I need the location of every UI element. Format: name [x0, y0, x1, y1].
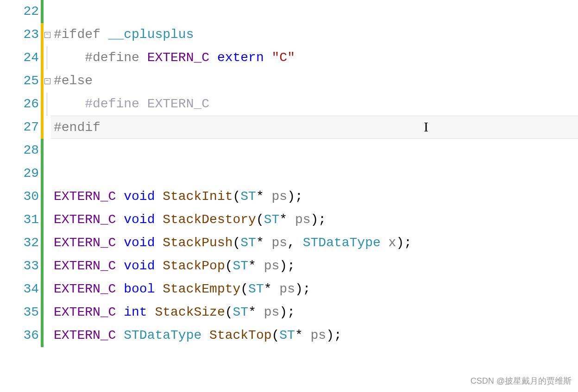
line-number: 33 [0, 255, 41, 278]
fold-gutter [44, 255, 51, 278]
token: ST [264, 212, 280, 227]
token: x [389, 236, 396, 250]
token [116, 305, 124, 319]
token: ); [326, 328, 342, 342]
token: StackPush [163, 236, 232, 250]
code-content[interactable] [51, 139, 578, 162]
code-line[interactable]: 33EXTERN_C void StackPop(ST* ps); [0, 255, 578, 278]
token: ps [272, 236, 288, 250]
token: ( [240, 282, 248, 296]
fold-gutter [44, 162, 51, 185]
token: #ifdef [54, 27, 101, 42]
token: ps [279, 282, 295, 296]
token: ); [396, 236, 412, 250]
code-line[interactable]: 28 [0, 139, 578, 162]
token: StackInit [163, 189, 232, 204]
code-content[interactable]: EXTERN_C bool StackEmpty(ST* ps); [51, 278, 578, 301]
line-number: 24 [0, 46, 41, 69]
token: ST [248, 282, 264, 296]
token: * [248, 305, 264, 319]
code-line[interactable]: 30EXTERN_C void StackInit(ST* ps); [0, 185, 578, 208]
code-content[interactable]: #ifdef __cplusplus [51, 23, 578, 46]
token [139, 50, 147, 65]
token: ( [225, 305, 233, 319]
token: EXTERN_C [54, 328, 116, 342]
token: ( [233, 236, 241, 250]
line-number: 25 [0, 69, 41, 93]
token: ps [311, 328, 327, 342]
token: EXTERN_C [54, 259, 116, 273]
line-number: 27 [0, 116, 41, 139]
token: ST [279, 328, 295, 342]
fold-toggle-icon[interactable]: − [44, 78, 50, 84]
code-content[interactable]: EXTERN_C int StackSize(ST* ps); [51, 301, 578, 324]
token: , [287, 236, 303, 250]
fold-gutter [44, 208, 51, 231]
fold-gutter[interactable]: − [44, 23, 51, 46]
token [116, 189, 124, 204]
token: ); [287, 189, 303, 204]
token [264, 50, 272, 65]
fold-gutter [44, 324, 51, 347]
token [155, 189, 163, 204]
code-line[interactable]: 23−#ifdef __cplusplus [0, 23, 578, 46]
code-line[interactable]: 25−#else [0, 69, 578, 93]
code-line[interactable]: 36EXTERN_C STDataType StackTop(ST* ps); [0, 324, 578, 347]
token [116, 259, 124, 273]
token: #define [85, 50, 139, 65]
line-number: 23 [0, 23, 41, 46]
line-number: 31 [0, 208, 41, 231]
code-content[interactable] [51, 162, 578, 185]
code-line[interactable]: 31EXTERN_C void StackDestory(ST* ps); [0, 208, 578, 231]
token: ( [225, 259, 233, 273]
code-content[interactable]: EXTERN_C void StackPop(ST* ps); [51, 255, 578, 278]
token: bool [124, 282, 155, 296]
line-number: 34 [0, 278, 41, 301]
code-line[interactable]: 22 [0, 0, 578, 23]
code-line[interactable]: 26 #define EXTERN_C [0, 93, 578, 116]
code-content[interactable]: #define EXTERN_C [51, 93, 578, 116]
code-editor[interactable]: 2223−#ifdef __cplusplus24 #define EXTERN… [0, 0, 578, 392]
token: void [124, 189, 155, 204]
line-number: 35 [0, 301, 41, 324]
code-content[interactable]: EXTERN_C void StackPush(ST* ps, STDataTy… [51, 231, 578, 255]
token [116, 212, 124, 227]
code-line[interactable]: 27#endif [0, 116, 578, 139]
fold-guide [47, 93, 47, 116]
token: ST [233, 259, 249, 273]
token [116, 328, 124, 342]
fold-gutter [44, 185, 51, 208]
code-content[interactable]: EXTERN_C void StackInit(ST* ps); [51, 185, 578, 208]
code-content[interactable]: #else [51, 69, 578, 93]
code-content[interactable]: #define EXTERN_C extern "C" [51, 46, 578, 69]
token: EXTERN_C [54, 189, 116, 204]
token [54, 50, 85, 65]
code-content[interactable]: EXTERN_C void StackDestory(ST* ps); [51, 208, 578, 231]
token [54, 97, 85, 111]
code-line[interactable]: 29 [0, 162, 578, 185]
line-number: 29 [0, 162, 41, 185]
token: * [256, 189, 272, 204]
token: ps [264, 259, 280, 273]
fold-gutter [44, 116, 51, 139]
token [155, 282, 163, 296]
code-line[interactable]: 32EXTERN_C void StackPush(ST* ps, STData… [0, 231, 578, 255]
token: ps [264, 305, 280, 319]
code-content[interactable] [51, 0, 578, 23]
token: __cplusplus [108, 27, 194, 42]
token: int [124, 305, 147, 319]
fold-gutter [44, 231, 51, 255]
token: ST [240, 189, 256, 204]
code-line[interactable]: 24 #define EXTERN_C extern "C" [0, 46, 578, 69]
token: * [248, 259, 264, 273]
token: ps [295, 212, 311, 227]
token: extern [217, 50, 264, 65]
fold-toggle-icon[interactable]: − [44, 32, 50, 38]
code-content[interactable]: EXTERN_C STDataType StackTop(ST* ps); [51, 324, 578, 347]
line-number: 30 [0, 185, 41, 208]
code-line[interactable]: 34EXTERN_C bool StackEmpty(ST* ps); [0, 278, 578, 301]
fold-gutter [44, 301, 51, 324]
fold-gutter[interactable]: − [44, 69, 51, 93]
code-line[interactable]: 35EXTERN_C int StackSize(ST* ps); [0, 301, 578, 324]
code-content[interactable]: #endif [51, 116, 578, 139]
